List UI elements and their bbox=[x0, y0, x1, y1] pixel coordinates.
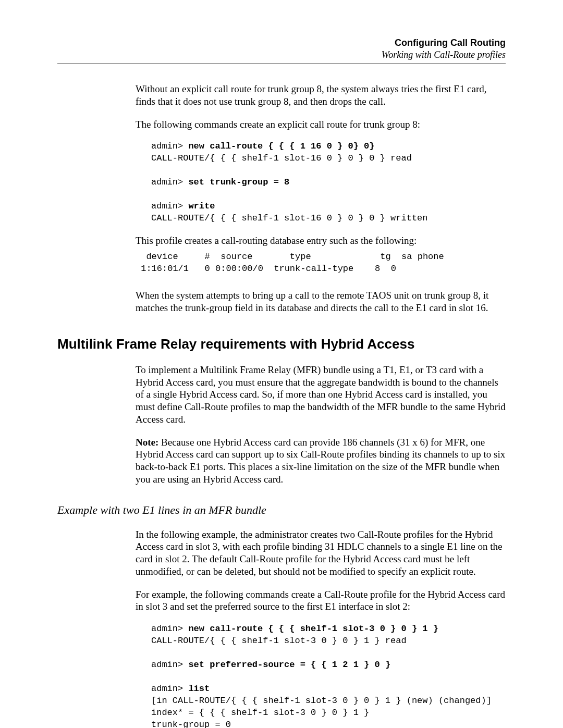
output: CALL-ROUTE/{ { { shelf-1 slot-16 0 } 0 }… bbox=[151, 153, 412, 163]
prompt: admin> bbox=[151, 684, 188, 694]
command: new call-route { { { 1 16 0 } 0} 0} bbox=[188, 141, 374, 151]
page: Configuring Call Routing Working with Ca… bbox=[0, 0, 563, 728]
prompt: admin> bbox=[151, 141, 188, 151]
command: write bbox=[188, 201, 215, 211]
note-paragraph: Note: Because one Hybrid Access card can… bbox=[136, 436, 506, 486]
output: CALL-ROUTE/{ { { shelf-1 slot-16 0 } 0 }… bbox=[151, 213, 428, 223]
paragraph: When the system attempts to bring up a c… bbox=[136, 289, 506, 314]
prompt: admin> bbox=[151, 624, 188, 634]
chapter-title: Configuring Call Routing bbox=[57, 38, 506, 48]
command: set preferred-source = { { 1 2 1 } 0 } bbox=[188, 660, 390, 670]
table-row: 1:16:01/1 0 0:00:00/0 trunk-call-type 8 … bbox=[136, 264, 396, 274]
header-rule bbox=[57, 64, 506, 64]
command: set trunk-group = 8 bbox=[188, 177, 289, 187]
note-label: Note: bbox=[136, 437, 158, 448]
output: CALL-ROUTE/{ { { shelf-1 slot-3 0 } 0 } … bbox=[151, 636, 407, 646]
section-heading: Multilink Frame Relay requirements with … bbox=[57, 336, 506, 352]
code-block: admin> new call-route { { { shelf-1 slot… bbox=[151, 623, 506, 728]
running-head: Configuring Call Routing Working with Ca… bbox=[57, 38, 506, 60]
paragraph: For example, the following commands crea… bbox=[136, 588, 506, 613]
subsection-heading: Example with two E1 lines in an MFR bund… bbox=[57, 503, 506, 517]
prompt: admin> bbox=[151, 201, 188, 211]
prompt: admin> bbox=[151, 660, 188, 670]
section-title: Working with Call-Route profiles bbox=[57, 50, 506, 60]
paragraph: Without an explicit call route for trunk… bbox=[136, 83, 506, 108]
routing-table: device # source type tg sa phone 1:16:01… bbox=[136, 251, 506, 275]
paragraph: The following commands create an explici… bbox=[136, 118, 506, 131]
command: new call-route { { { shelf-1 slot-3 0 } … bbox=[188, 624, 438, 634]
output: index* = { { { shelf-1 slot-3 0 } 0 } 1 … bbox=[151, 708, 369, 718]
command: list bbox=[188, 684, 210, 694]
paragraph: To implement a Multilink Frame Relay (MF… bbox=[136, 364, 506, 426]
paragraph: This profile creates a call-routing data… bbox=[136, 235, 506, 247]
code-block: admin> new call-route { { { 1 16 0 } 0} … bbox=[151, 141, 506, 225]
output: trunk-group = 0 bbox=[151, 720, 231, 728]
prompt: admin> bbox=[151, 177, 188, 187]
note-body: Because one Hybrid Access card can provi… bbox=[136, 437, 505, 485]
table-header: device # source type tg sa phone bbox=[136, 252, 444, 262]
paragraph: In the following example, the administra… bbox=[136, 528, 506, 578]
output: [in CALL-ROUTE/{ { { shelf-1 slot-3 0 } … bbox=[151, 696, 492, 706]
